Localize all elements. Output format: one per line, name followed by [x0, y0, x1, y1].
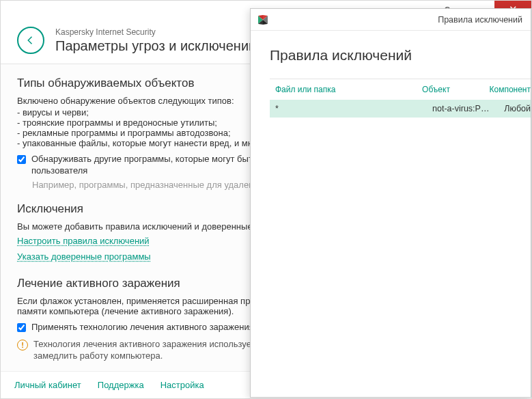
- footer-link-support[interactable]: Поддержка: [98, 380, 144, 390]
- cell-file: *: [275, 104, 432, 113]
- detect-other-software-checkbox[interactable]: [17, 155, 26, 164]
- cell-component: Любой: [504, 104, 531, 113]
- page-title: Параметры угроз и исключений: [55, 38, 256, 54]
- exclusion-rules-window: Правила исключений Правила исключений Фа…: [250, 8, 531, 398]
- column-header-file[interactable]: Файл или папка: [275, 85, 422, 94]
- header-text: Kaspersky Internet Security Параметры уг…: [55, 27, 256, 54]
- configure-exclusion-rules-link[interactable]: Настроить правила исключений: [17, 236, 150, 246]
- table-header-row: Файл или папка Объект Компонент: [270, 79, 531, 100]
- apply-active-disinfection-checkbox[interactable]: [17, 323, 26, 332]
- overlay-content: Правила исключений Файл или папка Объект…: [251, 31, 531, 397]
- exclusions-table: Файл или папка Объект Компонент * not-a-…: [270, 79, 531, 118]
- column-header-object[interactable]: Объект: [422, 85, 489, 94]
- overlay-heading: Правила исключений: [270, 47, 531, 64]
- table-row[interactable]: * not-a-virus:P… Любой: [270, 100, 531, 118]
- cell-object: not-a-virus:P…: [432, 104, 504, 113]
- overlay-title: Правила исключений: [438, 15, 522, 25]
- back-button[interactable]: [17, 27, 44, 54]
- warning-icon: !: [17, 340, 28, 350]
- product-name: Kaspersky Internet Security: [55, 27, 256, 37]
- footer-link-settings[interactable]: Настройка: [160, 380, 204, 390]
- overlay-titlebar: Правила исключений: [251, 9, 531, 31]
- arrow-left-icon: [25, 34, 37, 46]
- specify-trusted-programs-link[interactable]: Указать доверенные программы: [17, 251, 151, 262]
- column-header-component[interactable]: Компонент: [489, 85, 531, 94]
- footer-link-cabinet[interactable]: Личный кабинет: [14, 380, 81, 390]
- kaspersky-logo-icon: [257, 14, 268, 25]
- apply-active-disinfection-label: Применять технологию лечения активного з…: [31, 322, 254, 333]
